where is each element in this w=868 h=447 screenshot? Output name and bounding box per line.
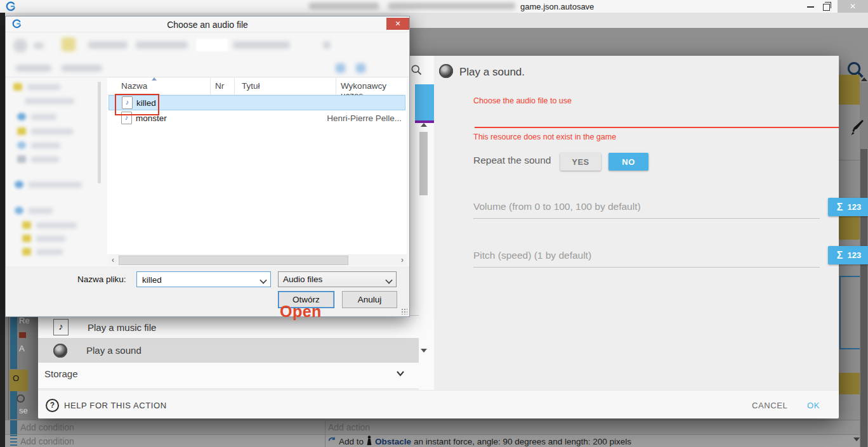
organize-menu[interactable] <box>16 65 51 72</box>
filetype-value: Audio files <box>283 275 322 284</box>
file-dialog-command-row <box>6 60 409 77</box>
nav-button[interactable] <box>323 41 331 49</box>
event-partial-text: Re <box>19 316 30 325</box>
tree-item[interactable] <box>17 127 73 135</box>
file-list-hscrollbar[interactable]: ‹ › <box>109 254 407 265</box>
scroll-up-icon[interactable] <box>421 123 427 127</box>
filetype-combobox[interactable]: Audio files <box>278 271 397 287</box>
filename-input[interactable] <box>141 275 251 285</box>
force-action-row[interactable]: Add to Obstacle an instant force, angle:… <box>328 436 631 447</box>
forward-button[interactable] <box>34 42 44 49</box>
pitch-expression-button[interactable]: Σ 123 <box>828 246 868 264</box>
tree-item[interactable] <box>17 141 60 149</box>
column-header-title[interactable]: Tytuł <box>242 81 260 91</box>
tree-item[interactable] <box>17 155 59 163</box>
scroll-right-icon[interactable]: › <box>398 256 407 264</box>
new-folder-button[interactable] <box>62 65 102 72</box>
scroll-left-icon[interactable]: ‹ <box>109 256 117 264</box>
scroll-down-icon[interactable] <box>853 437 860 441</box>
screen: game.json.autosave ✕ <box>0 0 868 447</box>
tree-item[interactable] <box>15 207 53 214</box>
section-storage[interactable]: Storage <box>38 363 419 389</box>
event-highlight-cell: O <box>10 370 28 391</box>
volume-expression-button[interactable]: Σ 123 <box>828 198 868 216</box>
tree-item[interactable] <box>17 113 56 120</box>
filename-label: Nazwa pliku: <box>77 275 126 284</box>
action-item-play-music[interactable]: ♪ Play a music file <box>38 315 419 339</box>
dialog-footer: ? HELP FOR THIS ACTION CANCEL OK <box>38 390 839 418</box>
action-item-play-sound[interactable]: Play a sound <box>38 338 419 363</box>
breadcrumb[interactable] <box>88 41 128 49</box>
sigma-icon: Σ <box>837 202 843 213</box>
chevron-down-icon <box>385 276 392 283</box>
filename-combobox[interactable] <box>136 271 271 287</box>
action-list-scrollbar-thumb[interactable] <box>419 132 428 195</box>
file-chooser-dialog: Choose an audio file ✕ <box>5 16 410 317</box>
volume-field-placeholder[interactable]: Volume (from 0 to 100, 100 by default) <box>473 201 641 212</box>
tree-item[interactable] <box>15 181 82 188</box>
action-text: Add to <box>339 437 364 446</box>
folder-icon <box>62 37 76 51</box>
chevron-down-icon <box>260 276 266 283</box>
events-divider <box>839 160 860 160</box>
event-circle-icon <box>16 394 25 403</box>
repeat-no-button[interactable]: NO <box>608 153 648 171</box>
event-selection-box <box>839 276 861 349</box>
restore-button[interactable] <box>823 4 830 11</box>
column-header-name[interactable]: Nazwa <box>121 81 147 91</box>
event-row: Add condition Add to Obstacle an instant… <box>5 434 868 447</box>
event-row: Add condition Add action <box>5 420 868 434</box>
sidebar-scrollbar-thumb[interactable] <box>98 82 101 183</box>
file-dialog-titlebar: Choose an audio file ✕ <box>6 16 409 32</box>
event-indent-bar <box>10 435 17 447</box>
events-scrollbar-thumb[interactable] <box>860 149 867 447</box>
column-divider[interactable] <box>210 78 211 94</box>
column-divider[interactable] <box>336 78 336 94</box>
sigma-icon: Σ <box>837 250 843 261</box>
back-button[interactable] <box>13 39 27 53</box>
event-highlight-cell <box>839 216 860 240</box>
help-icon: ? <box>46 399 59 412</box>
hscrollbar-thumb[interactable] <box>119 256 348 265</box>
cancel-button[interactable]: Anuluj <box>342 291 397 308</box>
tree-item[interactable] <box>22 221 77 229</box>
view-options-icon[interactable] <box>336 63 345 73</box>
search-box[interactable] <box>196 39 228 51</box>
close-button[interactable]: ✕ <box>838 0 868 13</box>
event-indent-bar <box>10 420 17 434</box>
file-dialog-close-button[interactable]: ✕ <box>386 18 409 30</box>
tree-item[interactable] <box>13 83 60 91</box>
breadcrumb[interactable] <box>136 41 188 49</box>
tree-item[interactable] <box>22 248 63 256</box>
selected-category-tab[interactable] <box>415 84 435 123</box>
column-header-nr[interactable]: Nr <box>215 81 224 91</box>
add-action-link[interactable]: Add action <box>328 422 370 432</box>
ok-button[interactable]: OK <box>807 401 820 410</box>
file-dialog-sidebar <box>11 78 100 262</box>
sound-editor-pane: Play a sound. Choose the audio file to u… <box>434 56 839 390</box>
minimize-button[interactable] <box>807 6 814 8</box>
scroll-up-icon[interactable] <box>861 77 867 81</box>
event-partial-text: se <box>19 406 28 415</box>
file-dialog-title: Choose an audio file <box>6 20 409 30</box>
help-link[interactable]: ? HELP FOR THIS ACTION <box>46 399 167 412</box>
tree-item[interactable] <box>25 98 74 104</box>
file-dialog-bottom: Nazwa pliku: Audio files Otwórz Anuluj <box>6 266 409 316</box>
object-icon <box>366 436 372 447</box>
tree-item[interactable] <box>22 235 65 242</box>
add-condition-link[interactable]: Add condition <box>20 436 74 446</box>
help-icon[interactable] <box>356 63 365 73</box>
audio-file-input[interactable] <box>473 108 839 127</box>
resize-grip[interactable] <box>401 308 407 314</box>
repeat-yes-button[interactable]: YES <box>560 153 601 171</box>
window-title-obscured <box>388 3 515 10</box>
brush-icon[interactable] <box>850 119 864 138</box>
cancel-button[interactable]: CANCEL <box>752 401 787 410</box>
column-divider[interactable] <box>234 78 235 94</box>
scroll-down-icon[interactable] <box>421 349 427 353</box>
speaker-icon <box>439 64 453 78</box>
add-condition-link[interactable]: Add condition <box>20 422 74 432</box>
events-margin <box>0 13 5 447</box>
search-icon[interactable] <box>410 63 423 79</box>
pitch-field-placeholder[interactable]: Pitch (speed) (1 by default) <box>473 250 591 261</box>
